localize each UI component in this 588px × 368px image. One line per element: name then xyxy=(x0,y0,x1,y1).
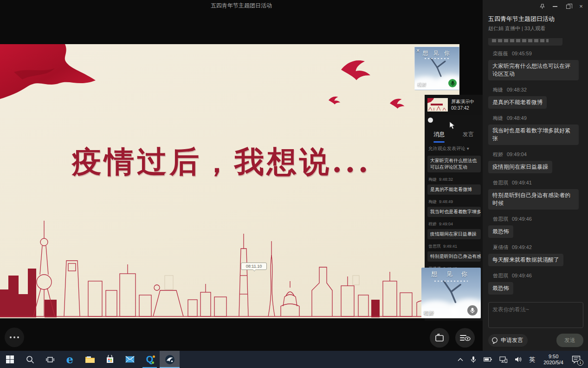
task-view-button[interactable] xyxy=(40,351,60,368)
switch-view-icon xyxy=(434,334,445,342)
store-bag-icon xyxy=(106,355,114,364)
share-thumbnail xyxy=(427,98,448,112)
record-dot-icon xyxy=(428,118,433,123)
send-button[interactable]: 发送 xyxy=(556,334,583,347)
screen-share-banner: 屏幕演示中 00:37:42 xyxy=(425,95,483,115)
pin-icon[interactable] xyxy=(539,3,545,10)
search-icon xyxy=(26,355,34,364)
message-bubble: 最恐怖 xyxy=(488,225,513,238)
video-tile-top[interactable]: × 想 见 你 程娇 xyxy=(414,46,459,90)
taskbar-clock[interactable]: 9:50 2020/5/4 xyxy=(540,354,567,366)
switch-view-button[interactable] xyxy=(430,328,449,348)
chevron-up-icon xyxy=(458,358,463,361)
share-duration: 00:37:42 xyxy=(451,105,474,112)
message-bubble: 我当时也是看着数字增多就好紧张 xyxy=(488,125,579,145)
edge-browser-button[interactable]: e xyxy=(60,351,80,368)
chat-message: 曾思琪09:49:46 最恐怖 xyxy=(488,216,583,238)
ellipsis-icon xyxy=(10,336,19,338)
message-bubble: 我当时也是看着数字增多就好紧张 xyxy=(427,207,481,217)
mouse-cursor xyxy=(449,121,455,130)
comment-permission-dropdown[interactable]: 允许观众发表评论 ▾ xyxy=(428,145,469,152)
sidebar-window-controls: × xyxy=(539,3,584,10)
message-bubble: 是真的不能老看微博 xyxy=(488,96,547,109)
mail-button[interactable] xyxy=(120,351,140,368)
meeting-app-button[interactable]: Q xyxy=(140,351,160,368)
message-bubble: 大家听完有什么想法也可以在评论区互动 xyxy=(488,60,579,80)
shared-slide: 疫情过后，我想说... xyxy=(0,44,459,318)
chat-message: 程娇09:49:04 疫情期间在家日益暴躁 xyxy=(488,151,583,173)
battery-icon xyxy=(484,357,492,362)
poster-subtitle-graphic xyxy=(434,281,468,282)
tray-microphone-button[interactable] xyxy=(468,351,479,368)
poster-subtitle-graphic xyxy=(425,58,449,59)
microphone-icon xyxy=(471,356,476,363)
overlay-tabs: 消息 发言 xyxy=(425,131,483,141)
tray-volume-button[interactable] xyxy=(512,351,524,368)
input-language-button[interactable]: 英 xyxy=(526,351,538,368)
caret-down-icon: ▾ xyxy=(467,146,469,151)
poster-title: 想 见 你 xyxy=(421,270,481,278)
chat-message: 梅婕 9:48:49 我当时也是看着数字增多就好紧张 xyxy=(427,199,482,217)
message-bubble: 每天醒来就看数据就清醒了 xyxy=(488,254,563,266)
chat-message: 梅婕09:48:32 是真的不能老看微博 xyxy=(488,86,583,109)
file-explorer-button[interactable] xyxy=(80,351,100,368)
city-skyline-graphic xyxy=(0,220,459,318)
more-options-button[interactable] xyxy=(5,328,24,347)
folder-icon xyxy=(85,355,95,363)
tab-messages[interactable]: 消息 xyxy=(433,131,445,141)
video-tile-bottom[interactable]: 想 见 你 程娇 xyxy=(421,268,481,318)
windows-logo-icon xyxy=(6,355,14,363)
chat-message: 栾薇薇09:45:59 大家听完有什么想法也可以在评论区互动 xyxy=(488,50,583,80)
start-button[interactable] xyxy=(0,351,20,368)
microphone-on-icon xyxy=(448,79,457,87)
message-bubble: 疫情期间在家日益暴躁 xyxy=(427,229,481,239)
chat-message-partial xyxy=(488,38,562,46)
participant-name: 程娇 xyxy=(417,81,426,88)
ethernet-icon xyxy=(499,356,507,363)
action-center-button[interactable]: 1 xyxy=(569,351,585,368)
overlay-message-list: 大家听完有什么想法也可以在评论区互动 梅婕 9:48:32 是真的不能老看微博 … xyxy=(427,156,482,284)
microphone-icon xyxy=(467,305,478,315)
screen: 五四青年节主题团日活动 疫情过后，我想说... xyxy=(0,0,588,368)
birds-graphic xyxy=(316,53,418,118)
main-window: 五四青年节主题团日活动 疫情过后，我想说... xyxy=(0,0,483,351)
speaker-icon xyxy=(515,356,522,362)
comment-input[interactable] xyxy=(488,302,583,328)
live-app-icon xyxy=(165,355,175,365)
chat-message: 梅婕 9:48:32 是真的不能老看微博 xyxy=(427,177,482,195)
task-view-icon xyxy=(46,356,54,363)
tray-network-button[interactable] xyxy=(497,351,510,368)
chat-message-list[interactable]: 栾薇薇09:45:59 大家听完有什么想法也可以在评论区互动 梅婕09:48:3… xyxy=(488,38,583,299)
tray-expand-button[interactable] xyxy=(455,351,466,368)
restore-icon[interactable] xyxy=(565,3,571,10)
meeting-subtitle: 赵仁娟 直播中 | 33人观看 xyxy=(488,25,545,32)
message-bubble: 特别是听到自己身边有感染者的时候 xyxy=(427,251,481,262)
slide-heading: 疫情过后，我想说... xyxy=(72,142,425,182)
message-bubble: 特别是听到自己身边有感染者的时候 xyxy=(488,189,579,210)
chat-message: 曾思琪09:49:41 特别是听到自己身边有感染者的时候 xyxy=(488,179,583,210)
message-bubble: 疫情期间在家日益暴躁 xyxy=(488,161,552,173)
edge-icon: e xyxy=(66,353,73,366)
chat-message: 大家听完有什么想法也可以在评论区互动 xyxy=(427,156,482,172)
search-button[interactable] xyxy=(20,351,40,368)
message-bubble: 大家听完有什么想法也可以在评论区互动 xyxy=(427,156,481,172)
live-app-button[interactable] xyxy=(160,351,180,368)
tab-speak[interactable]: 发言 xyxy=(463,131,474,141)
viewer-list-button[interactable] xyxy=(455,328,475,348)
minimize-icon[interactable] xyxy=(552,3,558,10)
chat-message: 梅婕09:48:49 我当时也是看着数字增多就好紧张 xyxy=(488,115,583,145)
window-title: 五四青年节主题团日活动 xyxy=(0,2,483,10)
microsoft-store-button[interactable] xyxy=(100,351,120,368)
meeting-title: 五四青年节主题团日活动 xyxy=(488,15,555,23)
clock-date: 2020/5/4 xyxy=(543,360,563,366)
clock-time: 9:50 xyxy=(543,354,563,360)
tray-battery-button[interactable] xyxy=(481,351,495,368)
q-app-icon: Q xyxy=(146,354,154,365)
list-eye-icon xyxy=(459,334,471,342)
poster-title: 想 见 你 xyxy=(415,49,459,57)
close-icon[interactable]: × xyxy=(578,3,584,10)
speak-bubble-icon xyxy=(491,337,498,344)
red-flag-graphic xyxy=(0,44,104,107)
request-speak-button[interactable]: 申请发言 xyxy=(488,334,528,347)
share-status: 屏幕演示中 xyxy=(451,99,474,105)
